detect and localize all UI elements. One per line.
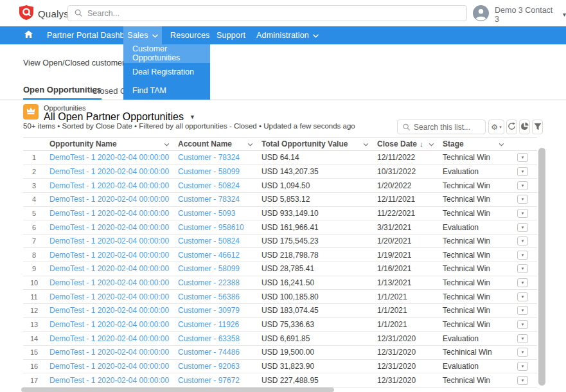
- row-action-button[interactable]: ▾: [517, 223, 528, 232]
- vertical-scrollbar-thumb[interactable]: [538, 148, 545, 386]
- opportunity-name-link[interactable]: DemoTest - 1 2020-02-04 00:00:00: [45, 348, 173, 357]
- menu-item-find-tam[interactable]: Find TAM: [123, 81, 210, 100]
- row-action-button[interactable]: ▾: [517, 153, 528, 162]
- account-name-link[interactable]: Customer - 50824: [173, 236, 257, 245]
- account-name-link[interactable]: Customer - 74486: [173, 348, 257, 357]
- opportunity-name-link[interactable]: DemoTest - 1 2020-02-04 00:00:00: [45, 264, 173, 273]
- opportunity-name-link[interactable]: DemoTest - 1 2020-02-04 00:00:00: [45, 376, 173, 385]
- account-name-link[interactable]: Customer - 92063: [173, 362, 257, 371]
- opportunity-name-link[interactable]: DemoTest - 1 2020-02-04 00:00:00: [45, 236, 173, 245]
- row-action-button[interactable]: ▾: [517, 320, 528, 329]
- row-action-button[interactable]: ▾: [517, 195, 528, 204]
- column-header-account-name[interactable]: Account Name: [173, 139, 257, 148]
- chevron-down-icon[interactable]: [499, 139, 504, 148]
- nav-item-sales[interactable]: Sales: [123, 26, 162, 44]
- chevron-down-icon: [313, 31, 319, 40]
- table-row: 9 DemoTest - 1 2020-02-04 00:00:00 Custo…: [23, 262, 537, 276]
- account-name-link[interactable]: Customer - 958610: [173, 223, 257, 232]
- row-action-button[interactable]: ▾: [517, 236, 528, 245]
- column-header-close-date[interactable]: Close Date ↓: [373, 139, 438, 148]
- account-name-link[interactable]: Customer - 78324: [173, 195, 257, 204]
- account-name-link[interactable]: Customer - 58099: [173, 167, 257, 176]
- opportunity-name-link[interactable]: DemoTest - 1 2020-02-04 00:00:00: [45, 209, 173, 218]
- opportunity-name-link[interactable]: DemoTest - 1 2020-02-04 00:00:00: [45, 223, 173, 232]
- row-action-button[interactable]: ▾: [517, 251, 528, 260]
- row-action-button[interactable]: ▾: [517, 306, 528, 315]
- caret-down-icon: ▾: [522, 350, 524, 355]
- account-name-link[interactable]: Customer - 56386: [173, 292, 257, 301]
- account-name-link[interactable]: Customer - 97672: [173, 376, 257, 385]
- total-opportunity-value-cell: USD 28,785.41: [257, 264, 373, 273]
- caret-down-icon: ▾: [522, 225, 524, 230]
- tab-open-opportunities[interactable]: Open Opportunities: [23, 85, 102, 100]
- opportunity-name-link[interactable]: DemoTest - 1 2020-02-04 00:00:00: [45, 251, 173, 260]
- row-action-button[interactable]: ▾: [517, 167, 528, 176]
- opportunity-name-link[interactable]: DemoTest - 1 2020-02-04 00:00:00: [45, 195, 173, 204]
- account-name-link[interactable]: Customer - 5093: [173, 209, 257, 218]
- column-header-opportunity-name[interactable]: Opportunity Name: [45, 139, 173, 148]
- table-row: 10 DemoTest - 1 2020-02-04 00:00:00 Cust…: [23, 276, 537, 290]
- chevron-down-icon[interactable]: [429, 139, 434, 148]
- list-view-title[interactable]: All Open Partner Opportunities ▼: [44, 111, 195, 123]
- opportunity-name-link[interactable]: DemoTest - 1 2020-02-04 00:00:00: [45, 167, 173, 176]
- account-name-link[interactable]: Customer - 50824: [173, 181, 257, 190]
- list-view-caret-down-icon[interactable]: ▼: [190, 114, 195, 120]
- account-name-link[interactable]: Customer - 78324: [173, 153, 257, 162]
- list-settings-button[interactable]: ⚙ ▾: [488, 120, 504, 134]
- row-actions: ▾: [508, 251, 537, 260]
- table-row: 11 DemoTest - 1 2020-02-04 00:00:00 Cust…: [23, 290, 537, 304]
- chevron-down-icon[interactable]: [363, 139, 369, 148]
- table-row: 8 DemoTest - 1 2020-02-04 00:00:00 Custo…: [23, 248, 537, 262]
- refresh-button[interactable]: [506, 120, 517, 134]
- opportunity-name-link[interactable]: DemoTest - 1 2020-02-04 00:00:00: [45, 320, 173, 329]
- row-action-button[interactable]: ▾: [517, 209, 528, 218]
- row-action-button[interactable]: ▾: [517, 264, 528, 273]
- qualys-logo[interactable]: Qualys.: [19, 5, 71, 22]
- account-name-link[interactable]: Customer - 22388: [173, 278, 257, 287]
- close-date-cell: 1/1/2021: [373, 292, 438, 301]
- row-number: 16: [23, 362, 45, 370]
- row-number: 8: [23, 251, 45, 259]
- chevron-down-icon[interactable]: [247, 139, 253, 148]
- chart-button[interactable]: [519, 120, 530, 134]
- account-name-link[interactable]: Customer - 63358: [173, 334, 257, 343]
- row-action-button[interactable]: ▾: [517, 376, 528, 385]
- user-menu[interactable]: Demo 3 Contact 3 ▾: [473, 5, 566, 24]
- row-action-button[interactable]: ▾: [517, 278, 528, 287]
- close-date-cell: 11/22/2021: [373, 209, 438, 218]
- opportunity-name-link[interactable]: DemoTest - 1 2020-02-04 00:00:00: [45, 292, 173, 301]
- opportunity-name-link[interactable]: DemoTest - 1 2020-02-04 00:00:00: [45, 362, 173, 371]
- opportunity-name-link[interactable]: DemoTest - 1 2020-02-04 00:00:00: [45, 306, 173, 315]
- row-number: 17: [23, 377, 45, 384]
- account-name-link[interactable]: Customer - 30979: [173, 306, 257, 315]
- filter-button[interactable]: [532, 120, 543, 134]
- stage-cell: Technical Win: [438, 264, 508, 273]
- nav-home-button[interactable]: [24, 26, 33, 44]
- row-action-button[interactable]: ▾: [517, 334, 528, 343]
- account-name-link[interactable]: Customer - 46612: [173, 251, 257, 260]
- opportunity-name-link[interactable]: DemoTest - 1 2020-02-04 00:00:00: [45, 153, 173, 162]
- column-header-stage[interactable]: Stage: [438, 139, 508, 148]
- user-caret-down-icon: ▾: [563, 11, 566, 18]
- nav-item-support[interactable]: Support: [217, 26, 245, 44]
- row-actions: ▾: [508, 376, 537, 385]
- opportunity-name-link[interactable]: DemoTest - 1 2020-02-04 00:00:00: [45, 278, 173, 287]
- column-header-total-opportunity-value[interactable]: Total Opportunity Value: [257, 139, 373, 148]
- nav-item-resources[interactable]: Resources: [170, 26, 210, 44]
- global-search-input[interactable]: [87, 9, 460, 18]
- opportunity-name-link[interactable]: DemoTest - 1 2020-02-04 00:00:00: [45, 334, 173, 343]
- row-action-button[interactable]: ▾: [517, 292, 528, 301]
- search-icon: [75, 8, 82, 19]
- nav-item-administration[interactable]: Administration: [256, 26, 319, 44]
- row-action-button[interactable]: ▾: [517, 348, 528, 357]
- opportunity-name-link[interactable]: DemoTest - 1 2020-02-04 00:00:00: [45, 181, 173, 190]
- menu-item-deal-registration[interactable]: Deal Registration: [123, 63, 210, 82]
- account-name-link[interactable]: Customer - 11926: [173, 320, 257, 329]
- menu-item-customer-opportunities[interactable]: Customer Opportunities: [123, 44, 210, 63]
- account-name-link[interactable]: Customer - 58099: [173, 264, 257, 273]
- row-action-button[interactable]: ▾: [517, 181, 528, 190]
- chevron-down-icon[interactable]: [164, 139, 170, 148]
- horizontal-scrollbar-thumb[interactable]: [21, 388, 334, 392]
- total-opportunity-value-cell: USD 933,149.10: [257, 209, 373, 218]
- row-action-button[interactable]: ▾: [517, 362, 528, 371]
